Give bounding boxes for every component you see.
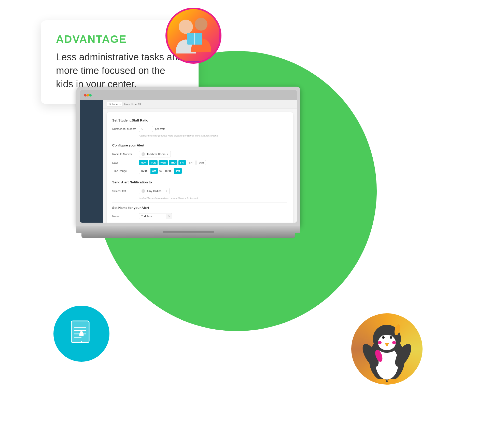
dot-yellow [87, 94, 89, 97]
day-fri[interactable]: FRI [178, 160, 186, 165]
section-title-ratio: Set Student:Staff Ratio [112, 118, 287, 122]
time-to-box: 06:00 PM [163, 168, 182, 174]
svg-point-2 [195, 18, 207, 31]
days-row: Days MON TUE WED THU FRI SAT SUN [112, 160, 287, 165]
day-tue[interactable]: TUE [149, 160, 158, 165]
svg-point-10 [80, 330, 82, 332]
advantage-title: ADVANTAGE [56, 33, 183, 45]
staff-value: Amy Collins [147, 190, 161, 193]
ratio-alert-hint: Alert will be sent if you have more stud… [139, 134, 287, 137]
name-row: Name Toddlers ✎ [112, 213, 287, 219]
app-main: 12 hours ▾ From From 09: Set Student:Sta… [103, 100, 297, 223]
time-hours-dropdown[interactable]: 12 hours ▾ [107, 102, 122, 107]
from-time: From 09: [131, 103, 142, 106]
time-range-row: Time Range 07:00 AM to 06:00 PM [112, 168, 287, 174]
time-from-ampm: AM [150, 168, 158, 174]
time-separator: to [159, 169, 162, 172]
staff-chevron-icon: ▾ [166, 190, 167, 192]
divider-3 [112, 202, 287, 203]
room-label: Room to Monitor [112, 153, 139, 156]
room-row: Room to Monitor Toddlers Room ▾ [112, 151, 287, 157]
laptop-base [76, 226, 300, 233]
time-to-ampm: PM [174, 168, 182, 174]
room-value: Toddlers Room [147, 153, 165, 156]
day-sat[interactable]: SAT [187, 160, 195, 165]
document-bell-circle [53, 306, 109, 362]
svg-point-26 [376, 379, 386, 383]
day-sun[interactable]: SUN [197, 160, 206, 165]
laptop-screen: 12 hours ▾ From From 09: Set Student:Sta… [76, 87, 300, 226]
time-to-value: 06:00 [163, 168, 174, 174]
app-sidebar [80, 100, 103, 223]
edit-icon[interactable]: ✎ [166, 214, 172, 219]
time-range-inputs: 07:00 AM to 06:00 PM [139, 168, 182, 174]
time-hours-value: 12 hours [108, 103, 118, 106]
students-label: Number of Students [112, 127, 139, 130]
chevron-down-icon: ▾ [119, 103, 121, 106]
staff-row: Select Staff Amy Collins ▾ [112, 188, 287, 194]
document-bell-icon [66, 318, 97, 349]
form-panel: Set Student:Staff Ratio Number of Studen… [107, 112, 293, 223]
time-from-box: 07:00 AM [139, 168, 158, 174]
advantage-text: Less administrative tasks and more time … [56, 50, 183, 91]
section-title-name: Set Name for your Alert [112, 206, 287, 210]
students-row: Number of Students per staff [112, 126, 287, 132]
per-staff-label: per staff [155, 127, 165, 130]
svg-point-27 [387, 379, 398, 383]
svg-rect-5 [71, 321, 89, 343]
staff-icon [142, 189, 145, 193]
students-input[interactable] [139, 126, 153, 132]
name-label: Name [112, 215, 139, 218]
day-mon[interactable]: MON [139, 160, 148, 165]
day-wed[interactable]: WED [159, 160, 168, 165]
room-dropdown[interactable]: Toddlers Room ▾ [139, 151, 171, 157]
name-value: Toddlers [139, 213, 166, 219]
day-thu[interactable]: THU [169, 160, 177, 165]
room-icon [142, 152, 145, 156]
staff-label: Select Staff [112, 190, 139, 193]
laptop-screen-inner: 12 hours ▾ From From 09: Set Student:Sta… [80, 90, 297, 223]
penguin-svg [349, 306, 425, 387]
app-content: 12 hours ▾ From From 09: Set Student:Sta… [80, 100, 297, 223]
staff-dropdown[interactable]: Amy Collins ▾ [139, 188, 170, 194]
profile-circle [165, 8, 221, 64]
time-from-value: 07:00 [139, 168, 150, 174]
people-image [168, 10, 219, 61]
dot-green [89, 94, 92, 97]
top-filter-bar: 12 hours ▾ From From 09: [103, 100, 297, 109]
section-title-configure: Configure your Alert [112, 143, 287, 147]
room-chevron-icon: ▾ [167, 153, 168, 155]
days-label: Days [112, 161, 139, 164]
staff-alert-hint: Alert will be sent as email and push not… [139, 197, 287, 199]
name-input-container: Toddlers ✎ [139, 213, 172, 219]
section-title-send-alert: Send Alert Notification to [112, 180, 287, 184]
screen-header-bar [80, 90, 297, 100]
divider-1 [112, 140, 287, 140]
svg-point-1 [179, 20, 193, 34]
time-range-label: Time Range [112, 169, 139, 172]
from-label: From [124, 103, 130, 106]
laptop: 12 hours ▾ From From 09: Set Student:Sta… [76, 87, 300, 238]
laptop-foot [81, 233, 295, 238]
dot-red [84, 94, 87, 97]
divider-2 [112, 177, 287, 177]
svg-point-21 [392, 341, 396, 344]
profile-circle-inner [167, 9, 220, 62]
svg-point-18 [390, 336, 392, 339]
days-buttons: MON TUE WED THU FRI SAT SUN [139, 160, 206, 165]
svg-point-17 [382, 336, 385, 339]
penguin-circle [349, 311, 425, 387]
svg-point-20 [378, 341, 382, 344]
